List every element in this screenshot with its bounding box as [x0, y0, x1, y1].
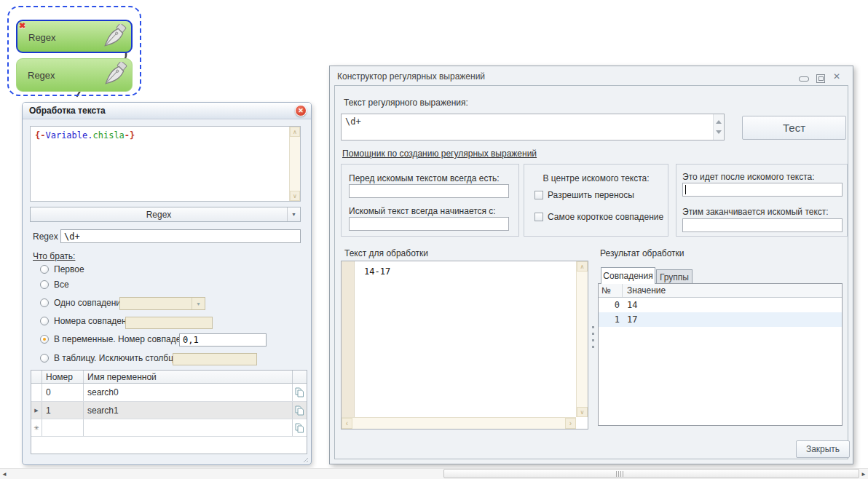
copy-icon[interactable] [292, 384, 307, 401]
radio-icon[interactable] [40, 265, 49, 274]
what-to-take-label: Что брать: [33, 251, 75, 261]
spinner-up-icon[interactable] [716, 120, 722, 124]
source-label: Текст для обработки [344, 248, 428, 258]
shortest-match-checkbox[interactable]: Самое короткое совпадение [534, 212, 663, 222]
dialog-titlebar[interactable]: Обработка текста ✕ [23, 103, 311, 119]
checkbox-label: Самое короткое совпадение [548, 212, 663, 222]
starts-with-input[interactable] [349, 217, 509, 231]
close-icon[interactable]: ✕ [295, 105, 307, 116]
scroll-right-icon[interactable]: ► [859, 470, 868, 479]
cell-name[interactable]: search1 [84, 402, 292, 419]
block-label: Regex [28, 70, 55, 81]
column-header-value[interactable]: Значение [623, 284, 842, 297]
copy-icon[interactable] [292, 402, 307, 419]
scrollbar-horizontal[interactable]: ‹ › [342, 417, 576, 429]
match-number-input[interactable] [179, 333, 267, 347]
scroll-left-icon[interactable]: ‹ [342, 418, 352, 429]
pen-icon [103, 62, 127, 87]
radio-label: Первое [54, 264, 84, 274]
scroll-right-icon[interactable]: › [565, 418, 576, 429]
regex-block-1[interactable]: ✖ Regex [16, 20, 133, 53]
after-label: Это идет после искомого текста: [682, 172, 815, 182]
scrollbar-vertical[interactable]: ∧ ∨ [576, 261, 588, 417]
scrollbar-vertical[interactable]: ∧ ∨ [289, 127, 300, 201]
window-title: Конструктор регулярных выражений [337, 71, 485, 82]
radio-one-match[interactable]: Одно совпадение [40, 298, 126, 308]
cell-name[interactable]: search0 [84, 384, 292, 401]
radio-icon[interactable] [40, 280, 49, 289]
action-select[interactable]: Regex ▼ [30, 207, 301, 222]
cell-num[interactable]: 1 [599, 312, 623, 327]
radio-label: В таблицу. Исключить столбцы [54, 353, 180, 363]
text-caret [685, 185, 686, 194]
checkbox-icon[interactable] [534, 213, 543, 221]
editor-gutter [342, 261, 355, 417]
after-input[interactable] [682, 183, 843, 197]
checkbox-icon[interactable] [534, 191, 543, 199]
radio-match-numbers[interactable]: Номера совпадений [40, 316, 136, 326]
scroll-down-icon[interactable]: ∨ [290, 191, 300, 201]
splitter-handle[interactable] [591, 326, 595, 348]
source-text-area[interactable]: {-Variable.chisla-} ∧ ∨ [30, 126, 301, 202]
radio-to-table[interactable]: В таблицу. Исключить столбцы [40, 353, 180, 363]
radio-icon[interactable] [40, 298, 49, 307]
table-header-row: Номер Имя переменной [31, 371, 307, 384]
tab-matches[interactable]: Совпадения [601, 267, 655, 284]
radio-to-variables[interactable]: В переменные. Номер совпадения [40, 334, 195, 344]
result-row[interactable]: 1 17 [599, 312, 842, 327]
table-row[interactable]: 0 search0 [31, 384, 307, 402]
match-numbers-input-disabled [125, 317, 213, 329]
resize-grip[interactable] [301, 456, 308, 462]
close-button[interactable]: Закрыть [796, 440, 850, 458]
helper-link[interactable]: Помощник по созданию регулярных выражени… [342, 149, 537, 159]
radio-label: Все [54, 280, 69, 290]
spinner-down-icon[interactable] [716, 130, 722, 134]
column-header-actions [292, 371, 307, 383]
variable-expression: {-Variable.chisla-} [35, 130, 135, 140]
cell-value[interactable]: 17 [623, 312, 842, 327]
row-selector-header [31, 371, 42, 383]
pattern-input[interactable]: \d+ [341, 114, 725, 140]
maximize-icon[interactable] [816, 74, 825, 83]
test-button[interactable]: Тест [742, 116, 846, 140]
scroll-up-icon[interactable]: ∧ [577, 261, 588, 272]
pattern-spinner[interactable] [713, 114, 724, 140]
test-text-editor[interactable]: 14-17 ∧ ∨ ‹ › [341, 261, 588, 429]
minimize-icon[interactable] [799, 76, 809, 82]
regex-constructor-window: Конструктор регулярных выражений ✕ Текст… [329, 66, 853, 464]
delete-icon[interactable]: ✖ [19, 21, 25, 31]
regex-block-2[interactable]: Regex [16, 58, 133, 92]
radio-icon[interactable] [40, 354, 49, 363]
column-header-name[interactable]: Имя переменной [84, 371, 292, 383]
radio-icon[interactable] [40, 335, 49, 344]
cell-num[interactable]: 0 [42, 384, 84, 401]
column-header-num[interactable]: Номер [42, 371, 84, 383]
page-scrollbar[interactable]: ◄ ► [0, 468, 868, 479]
radio-all[interactable]: Все [40, 280, 69, 290]
tab-groups[interactable]: Группы [656, 269, 693, 284]
radio-icon[interactable] [40, 317, 49, 325]
column-header-num[interactable]: № [599, 284, 623, 297]
code-name: chisla [92, 130, 124, 140]
result-row[interactable]: 0 14 [599, 298, 842, 312]
cell-num[interactable]: 0 [599, 298, 623, 312]
regex-input[interactable] [60, 229, 301, 243]
scroll-up-icon[interactable]: ∧ [290, 127, 300, 137]
ends-with-input[interactable] [682, 218, 843, 232]
before-input[interactable] [349, 184, 509, 198]
table-row-selected[interactable]: ▶ 1 search1 [31, 402, 307, 419]
close-icon[interactable]: ✕ [831, 71, 843, 82]
dropdown-arrow-icon[interactable]: ▼ [287, 207, 300, 221]
table-new-row[interactable]: ✳ [31, 419, 307, 437]
pattern-label: Текст регулярного выражения: [344, 98, 468, 108]
scroll-down-icon[interactable]: ∨ [577, 407, 588, 417]
copy-icon[interactable] [292, 419, 307, 436]
allow-wraps-checkbox[interactable]: Разрешить переносы [534, 190, 634, 200]
scroll-left-icon[interactable]: ◄ [0, 470, 9, 479]
code-variable: Variable. [45, 130, 92, 140]
radio-first[interactable]: Первое [40, 264, 84, 274]
cell-value[interactable]: 14 [623, 298, 842, 312]
scrollbar-thumb[interactable] [443, 469, 859, 478]
cell-num[interactable]: 1 [42, 402, 84, 419]
exclude-columns-input-disabled [173, 353, 257, 365]
